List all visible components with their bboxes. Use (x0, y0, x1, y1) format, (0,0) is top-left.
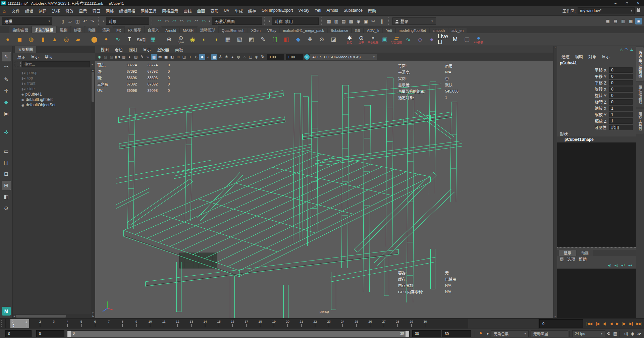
prev-view-icon[interactable]: ▨ (103, 54, 109, 60)
material-mode-icon[interactable]: ◐ (205, 54, 211, 60)
history-icon[interactable]: ✱ 历史 (344, 34, 355, 45)
time-tick-19[interactable]: 19 (267, 319, 281, 328)
ipr-render-icon[interactable]: ▤ (340, 17, 347, 25)
playback-start-field[interactable]: 0 (36, 330, 64, 337)
outliner-hscrollbar[interactable]: ◀▶ (13, 314, 95, 318)
time-tick-0[interactable]: 0 (6, 319, 19, 328)
character-set-icon[interactable]: ⚑ (478, 331, 484, 336)
time-tick-13[interactable]: 13 (184, 319, 198, 328)
channel-box-menu-item[interactable]: 对象 (586, 53, 599, 60)
center-icon[interactable]: ⊙ 居中 (356, 34, 367, 45)
go-to-end-button[interactable]: ▶▶| (636, 322, 642, 326)
shelf-tab[interactable]: adv_en (448, 28, 467, 33)
outliner-menu-item[interactable]: 帮助 (42, 53, 54, 60)
range-slider-track[interactable]: 0 30 (67, 330, 410, 337)
new-scene-icon[interactable]: ▯ (59, 17, 66, 25)
save-scene-icon[interactable]: ◫ (74, 17, 81, 25)
outliner-item[interactable]: ◉ defaultObjectSet (13, 102, 91, 108)
time-tick-25[interactable]: 25 (350, 319, 363, 328)
snap-grid-icon[interactable]: ◠ (156, 17, 163, 25)
poly-superellipse-icon[interactable]: ⬤ (89, 34, 100, 45)
time-tick-2[interactable]: 2 (33, 319, 47, 328)
menu-set-dropdown[interactable]: 建模 ▾ (2, 17, 52, 25)
undo-icon[interactable]: ↶ (81, 17, 89, 25)
shelf-tab[interactable]: XGen (248, 28, 264, 33)
menu-item[interactable]: 创建 (36, 7, 49, 15)
channel-value-field[interactable]: 0 (609, 93, 633, 98)
viewport-menu-item[interactable]: 视图 (98, 46, 111, 53)
step-forward-key-button[interactable]: |▶ (622, 322, 626, 326)
render-view-icon[interactable]: ▦ (325, 17, 333, 25)
camera-icon[interactable]: ▮◄ (115, 54, 121, 60)
outliner-item[interactable]: ◈ pCube41 (13, 92, 91, 97)
snap-curve-icon[interactable]: ◠ (163, 17, 171, 25)
chevron-down-icon[interactable]: ▾ (484, 331, 491, 336)
wire-on-shaded-icon[interactable]: ※ (217, 54, 223, 60)
channel-row[interactable]: 旋转 Y 0 (557, 92, 636, 99)
center-pivot-icon[interactable]: ⌖ 中心枢轴 (367, 34, 379, 45)
outliner-menu-item[interactable]: 显示 (29, 53, 41, 60)
time-tick-28[interactable]: 28 (391, 319, 405, 328)
type-tool-icon[interactable]: T (124, 34, 135, 45)
menu-item[interactable]: V-Ray (296, 7, 312, 15)
time-tick-20[interactable]: 20 (281, 319, 294, 328)
range-start-handle[interactable] (67, 331, 71, 337)
viewport-menu-item[interactable]: 渲染器 (154, 46, 172, 53)
evaluation-mode-icon[interactable]: ≫ (636, 331, 643, 336)
paint-select-tool-icon[interactable]: ✎ (2, 75, 11, 84)
time-tick-3[interactable]: 3 (47, 319, 61, 328)
graph-editor-icon[interactable]: △ (620, 47, 623, 52)
layer-editor-tab[interactable]: 显示 (559, 250, 576, 256)
wireframe-model[interactable] (95, 61, 553, 318)
volume-icon[interactable]: ◁) (623, 331, 629, 336)
fps-dropdown[interactable]: 24 fps ▾ (572, 330, 605, 337)
character-set-dropdown[interactable]: 无角色集 ▾ (491, 330, 529, 337)
separate-icon[interactable]: ▧ (234, 34, 245, 45)
exposure-field[interactable]: 0.00 (267, 54, 284, 60)
menu-item[interactable]: 编辑网格 (116, 7, 138, 15)
boolean-union-icon[interactable]: ◉ (187, 34, 198, 45)
render-current-frame-icon[interactable]: ▥ (333, 17, 340, 25)
node-name[interactable]: pCube41 (557, 60, 636, 66)
maximize-button[interactable]: □ (621, 0, 633, 6)
playblast-icon[interactable]: ▦ (612, 331, 619, 336)
export-current-icon[interactable]: ▱ 导出当前 (391, 34, 402, 45)
time-tick-9[interactable]: 9 (129, 319, 143, 328)
shelf-tab[interactable]: FX 缓存 (125, 26, 144, 33)
shelf-tab[interactable]: VRay (264, 28, 279, 33)
field-chart-icon[interactable]: ⊞ (175, 54, 181, 60)
time-tick-12[interactable]: 12 (171, 319, 184, 328)
viewport-menu-item[interactable]: 面板 (172, 46, 186, 53)
panel-splitter[interactable] (557, 247, 636, 250)
animation-start-field[interactable]: 0 (5, 330, 32, 337)
gate-mask-icon[interactable]: ◧ (169, 54, 175, 60)
menu-item[interactable]: UV (221, 7, 232, 15)
pencil-icon[interactable]: ✎ (139, 54, 145, 60)
isolate-select-icon[interactable]: ▢ (248, 54, 254, 60)
scale-tool-icon[interactable]: ▣ (2, 109, 11, 118)
menu-item[interactable]: 变形 (208, 7, 221, 15)
menu-item[interactable]: 帮助 (365, 7, 379, 15)
outliner-menu-item[interactable]: 展示 (15, 53, 28, 60)
shelf-tab[interactable]: 多边形建模 (32, 26, 56, 33)
move-layer-up-icon[interactable]: ◂↑ (608, 263, 612, 268)
play-forwards-button[interactable]: ▶ (616, 322, 619, 326)
move-tool-icon[interactable]: ✛ (2, 86, 11, 96)
xray-icon[interactable]: ◎ (254, 54, 260, 60)
poly-plane-icon[interactable]: ▰ (72, 34, 84, 45)
viewport-menu-item[interactable]: 着色 (112, 46, 125, 53)
channel-row[interactable]: 旋转 X 0 (557, 86, 636, 92)
chevron-down-icon[interactable]: ▾ (103, 19, 104, 23)
viewport-menu-item[interactable]: 照明 (126, 46, 140, 53)
shelf-tab[interactable]: 动画 (85, 26, 99, 33)
camera-bookmark-icon[interactable]: ▸ (127, 54, 133, 60)
resolution-gate-icon[interactable]: ▣ (163, 54, 169, 60)
chevron-down-icon[interactable]: ▾ (91, 63, 93, 66)
make-live-icon[interactable]: ◠ (193, 17, 200, 25)
channel-value-field[interactable]: 0 (609, 99, 633, 105)
menu-item[interactable]: 曲面 (194, 7, 208, 15)
combine-icon[interactable]: ▦ (222, 34, 233, 45)
grip-handle[interactable] (152, 17, 154, 25)
zoom-tool-icon[interactable]: ⊙ (2, 204, 11, 213)
channel-value-field[interactable]: 1 (609, 106, 633, 111)
